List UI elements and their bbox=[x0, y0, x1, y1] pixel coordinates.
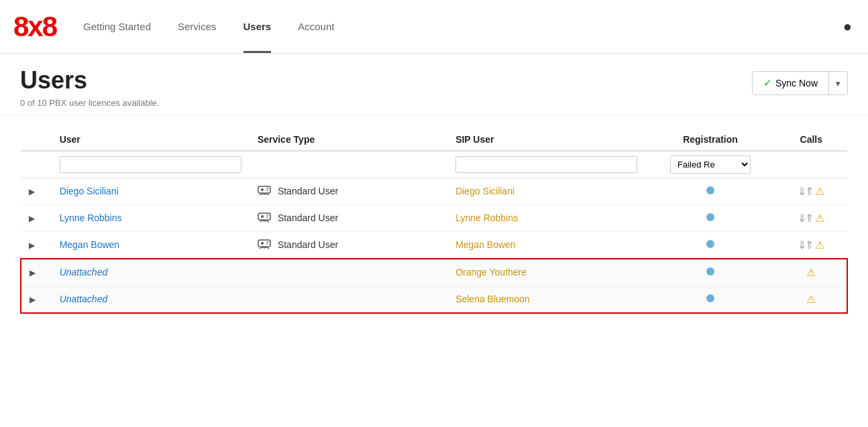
row-expand-cell[interactable]: ▶ bbox=[21, 178, 52, 204]
table-row[interactable]: ▶UnattachedOrange Youthere⚠ bbox=[21, 259, 847, 286]
expand-arrow-icon[interactable]: ▶ bbox=[30, 268, 36, 278]
page-title: Users bbox=[20, 67, 159, 94]
expand-arrow-icon[interactable]: ▶ bbox=[30, 295, 36, 304]
users-table: User Service Type SIP User Registration … bbox=[20, 129, 848, 314]
users-service-icon bbox=[258, 212, 271, 223]
row-calls-cell: ⚠ bbox=[775, 286, 847, 313]
warning-icon: ⚠ bbox=[815, 239, 824, 251]
row-sip-user-cell: Megan Bowen bbox=[447, 231, 645, 259]
filter-registration-cell: Failed Re bbox=[645, 151, 775, 178]
users-service-icon bbox=[258, 186, 271, 196]
row-expand-cell[interactable]: ▶ bbox=[21, 286, 52, 313]
sip-user-value[interactable]: Selena Bluemoon bbox=[455, 294, 530, 304]
main-nav: Getting Started Services Users Account bbox=[83, 0, 334, 53]
svg-point-5 bbox=[261, 242, 264, 245]
header: 8x8 Getting Started Services Users Accou… bbox=[0, 0, 868, 54]
filter-service-cell bbox=[250, 151, 447, 178]
user-name-label[interactable]: Unattached bbox=[60, 267, 108, 278]
sip-user-value[interactable]: Megan Bowen bbox=[455, 239, 516, 250]
user-name-label[interactable]: Lynne Robbins bbox=[60, 212, 122, 223]
table-row[interactable]: ▶Diego Siciliani Standard User Diego Sic… bbox=[21, 178, 847, 204]
registration-dot bbox=[706, 240, 714, 248]
row-service-type-cell bbox=[250, 286, 447, 313]
svg-rect-2 bbox=[258, 213, 270, 220]
row-expand-cell[interactable]: ▶ bbox=[21, 231, 52, 259]
row-registration-cell bbox=[645, 178, 775, 204]
row-calls-cell: ⇓⇑ ⚠ bbox=[775, 204, 847, 231]
table-row[interactable]: ▶Megan Bowen Standard User Megan Bowen⇓⇑… bbox=[21, 231, 847, 259]
row-service-type-cell: Standard User bbox=[250, 178, 447, 204]
row-calls-cell: ⇓⇑ ⚠ bbox=[775, 178, 847, 204]
col-expand bbox=[21, 129, 52, 151]
sip-user-value[interactable]: Orange Youthere bbox=[455, 267, 527, 278]
table-row[interactable]: ▶UnattachedSelena Bluemoon⚠ bbox=[21, 286, 847, 313]
svg-rect-4 bbox=[258, 240, 270, 247]
row-sip-user-cell: Orange Youthere bbox=[447, 259, 645, 286]
warning-icon: ⚠ bbox=[806, 267, 816, 278]
nav-item-services[interactable]: Services bbox=[178, 0, 217, 53]
calls-arrows-icon: ⇓⇑ bbox=[798, 212, 812, 224]
col-registration: Registration bbox=[645, 129, 775, 151]
user-filter-input[interactable] bbox=[60, 156, 241, 173]
sub-header: Users 0 of 10 PBX user licences availabl… bbox=[0, 54, 868, 115]
row-expand-cell[interactable]: ▶ bbox=[21, 259, 52, 286]
expand-arrow-icon[interactable]: ▶ bbox=[29, 187, 35, 196]
service-type-value: Standard User bbox=[258, 239, 439, 250]
registration-dot bbox=[706, 213, 714, 221]
table-row[interactable]: ▶Lynne Robbins Standard User Lynne Robbi… bbox=[21, 204, 847, 231]
row-user-cell: Lynne Robbins bbox=[52, 204, 250, 231]
table-header-row: User Service Type SIP User Registration … bbox=[21, 129, 847, 151]
row-expand-cell[interactable]: ▶ bbox=[21, 204, 52, 231]
expand-arrow-icon[interactable]: ▶ bbox=[29, 214, 35, 223]
user-name-label[interactable]: Megan Bowen bbox=[60, 239, 120, 250]
row-user-cell: Diego Siciliani bbox=[52, 178, 250, 204]
sip-user-value[interactable]: Lynne Robbins bbox=[455, 212, 518, 223]
row-calls-cell: ⇓⇑ ⚠ bbox=[775, 231, 847, 259]
licence-text: 0 of 10 PBX user licences available. bbox=[20, 98, 159, 108]
service-type-value: Standard User bbox=[258, 186, 439, 196]
row-service-type-cell bbox=[250, 259, 447, 286]
filter-user-cell bbox=[52, 151, 250, 178]
row-registration-cell bbox=[645, 204, 775, 231]
row-sip-user-cell: Selena Bluemoon bbox=[447, 286, 645, 313]
registration-dot bbox=[706, 267, 714, 276]
nav-item-users[interactable]: Users bbox=[243, 0, 272, 53]
warning-icon: ⚠ bbox=[815, 186, 824, 197]
user-name-label[interactable]: Unattached bbox=[60, 294, 108, 304]
sync-dropdown-button[interactable]: ▾ bbox=[829, 72, 847, 95]
logo: 8x8 bbox=[13, 13, 56, 41]
row-service-type-cell: Standard User bbox=[250, 204, 447, 231]
filter-calls-cell bbox=[775, 151, 847, 178]
chevron-down-icon: ▾ bbox=[836, 78, 840, 88]
col-calls: Calls bbox=[775, 129, 847, 151]
table-filter-row: Failed Re bbox=[21, 151, 847, 178]
row-registration-cell bbox=[645, 259, 775, 286]
nav-item-getting-started[interactable]: Getting Started bbox=[83, 0, 151, 53]
svg-rect-0 bbox=[258, 186, 270, 193]
registration-filter-select[interactable]: Failed Re bbox=[670, 156, 751, 174]
user-name-label[interactable]: Diego Siciliani bbox=[60, 186, 119, 196]
filter-sip-cell bbox=[447, 151, 645, 178]
sip-user-value[interactable]: Diego Siciliani bbox=[455, 186, 514, 196]
calls-arrows-icon: ⇓⇑ bbox=[798, 239, 812, 251]
users-table-container: User Service Type SIP User Registration … bbox=[0, 115, 868, 327]
svg-point-3 bbox=[261, 215, 264, 218]
sip-filter-input[interactable] bbox=[455, 156, 637, 173]
warning-icon: ⚠ bbox=[806, 294, 816, 305]
svg-point-1 bbox=[261, 188, 264, 191]
row-service-type-cell: Standard User bbox=[250, 231, 447, 259]
col-sip-user: SIP User bbox=[447, 129, 645, 151]
row-sip-user-cell: Lynne Robbins bbox=[447, 204, 645, 231]
row-calls-cell: ⚠ bbox=[775, 259, 847, 286]
sync-now-label: Sync Now bbox=[775, 78, 818, 88]
registration-dot bbox=[706, 294, 714, 302]
page-header-left: Users 0 of 10 PBX user licences availabl… bbox=[20, 67, 159, 108]
expand-arrow-icon[interactable]: ▶ bbox=[29, 241, 35, 250]
filter-expand-cell bbox=[21, 151, 52, 178]
warning-icon: ⚠ bbox=[815, 212, 824, 224]
col-service-type: Service Type bbox=[250, 129, 447, 151]
sync-now-button[interactable]: ✓ Sync Now bbox=[753, 72, 829, 95]
row-user-cell: Unattached bbox=[52, 259, 250, 286]
nav-item-account[interactable]: Account bbox=[298, 0, 334, 53]
user-profile-icon[interactable]: ● bbox=[843, 18, 852, 36]
